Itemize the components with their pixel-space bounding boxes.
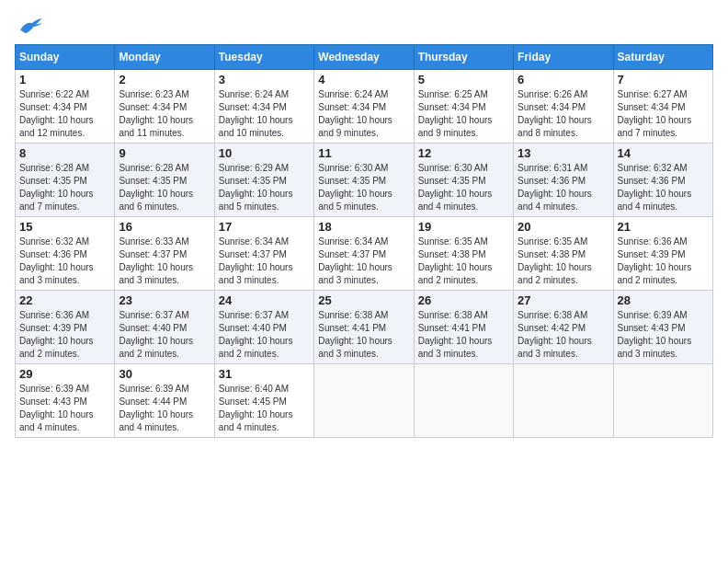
day-info: Sunrise: 6:36 AM Sunset: 4:39 PM Dayligh…	[618, 236, 709, 287]
calendar-header-sunday: Sunday	[16, 45, 115, 70]
calendar-header-row: SundayMondayTuesdayWednesdayThursdayFrid…	[16, 45, 713, 70]
calendar-cell: 29 Sunrise: 6:39 AM Sunset: 4:43 PM Dayl…	[16, 364, 115, 438]
day-number: 29	[19, 367, 110, 381]
day-info: Sunrise: 6:26 AM Sunset: 4:34 PM Dayligh…	[518, 88, 609, 140]
day-info: Sunrise: 6:24 AM Sunset: 4:34 PM Dayligh…	[318, 88, 409, 140]
calendar-cell: 30 Sunrise: 6:39 AM Sunset: 4:44 PM Dayl…	[115, 364, 214, 438]
calendar-cell: 4 Sunrise: 6:24 AM Sunset: 4:34 PM Dayli…	[314, 70, 414, 144]
day-info: Sunrise: 6:31 AM Sunset: 4:36 PM Dayligh…	[518, 162, 609, 213]
day-info: Sunrise: 6:38 AM Sunset: 4:42 PM Dayligh…	[518, 309, 609, 361]
day-number: 2	[119, 73, 210, 86]
calendar-cell: 23 Sunrise: 6:37 AM Sunset: 4:40 PM Dayl…	[115, 291, 214, 364]
calendar-cell: 9 Sunrise: 6:28 AM Sunset: 4:35 PM Dayli…	[115, 144, 214, 217]
calendar-cell: 14 Sunrise: 6:32 AM Sunset: 4:36 PM Dayl…	[613, 144, 712, 217]
calendar-cell: 1 Sunrise: 6:22 AM Sunset: 4:34 PM Dayli…	[16, 70, 115, 144]
calendar-header-wednesday: Wednesday	[314, 45, 414, 70]
day-info: Sunrise: 6:24 AM Sunset: 4:34 PM Dayligh…	[219, 88, 310, 140]
day-info: Sunrise: 6:39 AM Sunset: 4:43 PM Dayligh…	[19, 383, 110, 434]
day-number: 11	[318, 146, 409, 160]
day-number: 1	[19, 73, 110, 86]
day-number: 14	[618, 146, 709, 160]
calendar-cell	[613, 364, 712, 438]
day-number: 8	[19, 146, 110, 160]
day-info: Sunrise: 6:28 AM Sunset: 4:35 PM Dayligh…	[19, 162, 110, 213]
calendar-week-row-2: 8 Sunrise: 6:28 AM Sunset: 4:35 PM Dayli…	[16, 144, 713, 217]
calendar-table: SundayMondayTuesdayWednesdayThursdayFrid…	[15, 44, 713, 438]
calendar-week-row-4: 22 Sunrise: 6:36 AM Sunset: 4:39 PM Dayl…	[16, 291, 713, 364]
day-number: 25	[318, 293, 409, 307]
calendar-week-row-1: 1 Sunrise: 6:22 AM Sunset: 4:34 PM Dayli…	[16, 70, 713, 144]
calendar-cell: 25 Sunrise: 6:38 AM Sunset: 4:41 PM Dayl…	[314, 291, 414, 364]
day-info: Sunrise: 6:39 AM Sunset: 4:44 PM Dayligh…	[119, 383, 210, 434]
day-info: Sunrise: 6:38 AM Sunset: 4:41 PM Dayligh…	[318, 309, 409, 361]
day-info: Sunrise: 6:30 AM Sunset: 4:35 PM Dayligh…	[418, 162, 509, 213]
day-number: 5	[418, 73, 509, 86]
day-number: 23	[119, 293, 210, 307]
day-info: Sunrise: 6:34 AM Sunset: 4:37 PM Dayligh…	[219, 236, 310, 287]
logo-bird-icon	[18, 15, 44, 35]
day-number: 20	[518, 220, 609, 234]
calendar-cell: 31 Sunrise: 6:40 AM Sunset: 4:45 PM Dayl…	[214, 364, 313, 438]
day-number: 21	[618, 220, 709, 234]
day-number: 17	[219, 220, 310, 234]
day-info: Sunrise: 6:35 AM Sunset: 4:38 PM Dayligh…	[518, 236, 609, 287]
calendar-cell: 21 Sunrise: 6:36 AM Sunset: 4:39 PM Dayl…	[613, 217, 712, 291]
calendar-cell: 10 Sunrise: 6:29 AM Sunset: 4:35 PM Dayl…	[214, 144, 313, 217]
day-number: 3	[219, 73, 310, 86]
day-info: Sunrise: 6:29 AM Sunset: 4:35 PM Dayligh…	[219, 162, 310, 213]
day-number: 4	[318, 73, 409, 86]
day-number: 30	[119, 367, 210, 381]
day-info: Sunrise: 6:37 AM Sunset: 4:40 PM Dayligh…	[219, 309, 310, 361]
day-info: Sunrise: 6:25 AM Sunset: 4:34 PM Dayligh…	[418, 88, 509, 140]
day-info: Sunrise: 6:39 AM Sunset: 4:43 PM Dayligh…	[618, 309, 709, 361]
day-info: Sunrise: 6:23 AM Sunset: 4:34 PM Dayligh…	[119, 88, 210, 140]
calendar-cell: 12 Sunrise: 6:30 AM Sunset: 4:35 PM Dayl…	[414, 144, 513, 217]
calendar-cell: 16 Sunrise: 6:33 AM Sunset: 4:37 PM Dayl…	[115, 217, 214, 291]
calendar-header-friday: Friday	[514, 45, 613, 70]
day-number: 19	[418, 220, 509, 234]
calendar-week-row-5: 29 Sunrise: 6:39 AM Sunset: 4:43 PM Dayl…	[16, 364, 713, 438]
day-info: Sunrise: 6:35 AM Sunset: 4:38 PM Dayligh…	[418, 236, 509, 287]
day-number: 28	[618, 293, 709, 307]
day-info: Sunrise: 6:33 AM Sunset: 4:37 PM Dayligh…	[119, 236, 210, 287]
calendar-cell: 11 Sunrise: 6:30 AM Sunset: 4:35 PM Dayl…	[314, 144, 414, 217]
day-number: 22	[19, 293, 110, 307]
day-number: 31	[219, 367, 310, 381]
calendar-cell	[314, 364, 414, 438]
day-info: Sunrise: 6:27 AM Sunset: 4:34 PM Dayligh…	[618, 88, 709, 140]
day-number: 10	[219, 146, 310, 160]
calendar-cell	[414, 364, 513, 438]
calendar-header-monday: Monday	[115, 45, 214, 70]
calendar-cell: 13 Sunrise: 6:31 AM Sunset: 4:36 PM Dayl…	[514, 144, 613, 217]
day-number: 18	[318, 220, 409, 234]
calendar-cell: 28 Sunrise: 6:39 AM Sunset: 4:43 PM Dayl…	[613, 291, 712, 364]
calendar-cell: 22 Sunrise: 6:36 AM Sunset: 4:39 PM Dayl…	[16, 291, 115, 364]
day-number: 13	[518, 146, 609, 160]
day-number: 15	[19, 220, 110, 234]
day-info: Sunrise: 6:22 AM Sunset: 4:34 PM Dayligh…	[19, 88, 110, 140]
day-number: 26	[418, 293, 509, 307]
calendar-cell: 5 Sunrise: 6:25 AM Sunset: 4:34 PM Dayli…	[414, 70, 513, 144]
day-info: Sunrise: 6:37 AM Sunset: 4:40 PM Dayligh…	[119, 309, 210, 361]
day-info: Sunrise: 6:34 AM Sunset: 4:37 PM Dayligh…	[318, 236, 409, 287]
calendar-cell: 24 Sunrise: 6:37 AM Sunset: 4:40 PM Dayl…	[214, 291, 313, 364]
page-header	[15, 15, 713, 35]
calendar-header-tuesday: Tuesday	[214, 45, 313, 70]
calendar-cell: 8 Sunrise: 6:28 AM Sunset: 4:35 PM Dayli…	[16, 144, 115, 217]
calendar-header-saturday: Saturday	[613, 45, 712, 70]
calendar-cell: 19 Sunrise: 6:35 AM Sunset: 4:38 PM Dayl…	[414, 217, 513, 291]
day-info: Sunrise: 6:40 AM Sunset: 4:45 PM Dayligh…	[219, 383, 310, 434]
calendar-cell: 6 Sunrise: 6:26 AM Sunset: 4:34 PM Dayli…	[514, 70, 613, 144]
calendar-cell: 18 Sunrise: 6:34 AM Sunset: 4:37 PM Dayl…	[314, 217, 414, 291]
day-info: Sunrise: 6:32 AM Sunset: 4:36 PM Dayligh…	[618, 162, 709, 213]
calendar-cell: 27 Sunrise: 6:38 AM Sunset: 4:42 PM Dayl…	[514, 291, 613, 364]
day-number: 24	[219, 293, 310, 307]
calendar-cell: 2 Sunrise: 6:23 AM Sunset: 4:34 PM Dayli…	[115, 70, 214, 144]
calendar-cell: 26 Sunrise: 6:38 AM Sunset: 4:41 PM Dayl…	[414, 291, 513, 364]
day-info: Sunrise: 6:32 AM Sunset: 4:36 PM Dayligh…	[19, 236, 110, 287]
day-number: 27	[518, 293, 609, 307]
calendar-cell: 7 Sunrise: 6:27 AM Sunset: 4:34 PM Dayli…	[613, 70, 712, 144]
day-info: Sunrise: 6:38 AM Sunset: 4:41 PM Dayligh…	[418, 309, 509, 361]
calendar-cell	[514, 364, 613, 438]
day-info: Sunrise: 6:28 AM Sunset: 4:35 PM Dayligh…	[119, 162, 210, 213]
